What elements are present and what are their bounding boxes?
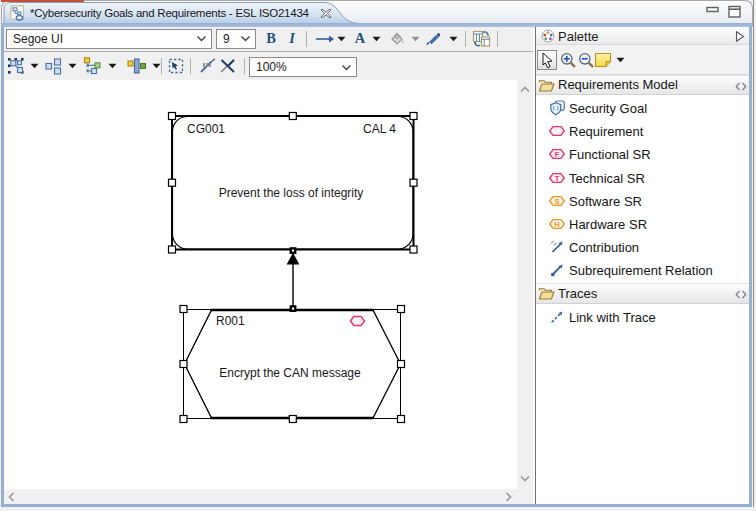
palette-item-link-with-trace[interactable]: Link with Trace <box>536 305 749 328</box>
font-size-combo[interactable]: 9 <box>216 29 256 49</box>
open-folder-icon <box>538 79 555 93</box>
pin-drawer-icon[interactable] <box>735 290 747 299</box>
arrange-all-button[interactable] <box>6 55 26 77</box>
select-tool-button[interactable] <box>537 50 557 70</box>
palette-icon <box>541 29 555 43</box>
palette-item-label: Subrequirement Relation <box>569 263 713 278</box>
layout-dropdown[interactable] <box>105 55 119 77</box>
font-color-button[interactable]: A <box>349 27 371 51</box>
palette-item-technical-sr[interactable]: T Technical SR <box>536 166 749 189</box>
remove-bendpoints-icon <box>219 58 237 74</box>
connection-points-icon <box>199 58 218 74</box>
dropdown-arrow-icon <box>616 57 625 63</box>
bold-button[interactable]: B <box>261 27 281 51</box>
svg-text:H: H <box>554 220 559 229</box>
dropdown-arrow-icon <box>411 36 420 42</box>
vertical-scrollbar[interactable] <box>517 80 533 489</box>
diagram-canvas[interactable]: CG001 CAL 4 Prevent the loss of integrit… <box>4 80 517 489</box>
select-cursor-icon <box>540 52 554 69</box>
dropdown-arrow-icon <box>449 36 458 42</box>
line-style-button[interactable] <box>313 27 337 51</box>
palette-item-label: Link with Trace <box>569 309 656 324</box>
palette-item-software-sr[interactable]: S Software SR <box>536 189 749 212</box>
scroll-down-icon[interactable] <box>520 475 530 482</box>
show-connection-points-button[interactable] <box>197 55 219 77</box>
palette-item-functional-sr[interactable]: F Functional SR <box>536 143 749 166</box>
req-node-label[interactable]: Encrypt the CAN message <box>170 366 410 380</box>
font-size-value: 9 <box>217 32 240 46</box>
open-folder-icon <box>538 287 555 301</box>
copy-appearance-button[interactable] <box>468 27 494 51</box>
line-color-dropdown[interactable] <box>447 27 459 51</box>
scroll-up-icon[interactable] <box>520 86 530 93</box>
palette-item-hardware-sr[interactable]: H Hardware SR <box>536 213 749 236</box>
security-goal-icon <box>549 100 565 116</box>
palette-item-label: Technical SR <box>569 170 645 185</box>
font-name-combo[interactable]: Segoe UI <box>6 29 212 49</box>
dropdown-arrow-icon <box>152 63 161 69</box>
goal-node-badge[interactable]: CAL 4 <box>334 122 396 136</box>
pen-icon <box>425 32 443 46</box>
marquee-button[interactable] <box>165 55 187 77</box>
note-tool-button[interactable] <box>593 49 613 70</box>
italic-button[interactable]: I <box>282 27 302 51</box>
fill-color-button[interactable] <box>386 27 408 51</box>
pin-drawer-icon[interactable] <box>735 82 747 91</box>
marquee-icon <box>168 58 185 75</box>
palette-item-security-goal[interactable]: Security Goal <box>536 97 749 120</box>
drawer-label: Requirements Model <box>558 77 678 92</box>
zoom-combo[interactable]: 100% <box>249 57 357 77</box>
close-icon[interactable] <box>320 8 332 19</box>
zoom-in-tool-button[interactable] <box>558 50 578 70</box>
zoom-out-icon <box>578 52 595 69</box>
palette-header[interactable]: Palette <box>536 27 749 46</box>
contribution-edge[interactable] <box>287 253 300 309</box>
chevron-down-icon <box>341 64 352 71</box>
horizontal-scrollbar[interactable] <box>4 489 517 504</box>
chevron-down-icon <box>240 35 251 42</box>
maximize-icon[interactable] <box>728 5 741 18</box>
align-button[interactable] <box>43 55 63 77</box>
requirement-badge-icon <box>351 317 365 326</box>
diagram-graphics <box>4 80 517 489</box>
fill-color-dropdown[interactable] <box>409 27 421 51</box>
arrange-all-icon <box>7 57 25 75</box>
svg-text:T: T <box>555 173 560 182</box>
line-color-button[interactable] <box>423 27 445 51</box>
drawer-label: Traces <box>558 286 597 301</box>
zoom-value: 100% <box>250 60 341 74</box>
drawer-traces[interactable]: Traces <box>536 283 749 304</box>
arrange-all-dropdown[interactable] <box>27 55 41 77</box>
remove-bendpoints-button[interactable] <box>217 55 239 77</box>
palette-panel: Palette <box>536 27 749 504</box>
palette-item-requirement[interactable]: Requirement <box>536 120 749 143</box>
font-name-value: Segoe UI <box>7 32 196 46</box>
order-button[interactable] <box>126 55 148 77</box>
palette-collapse-icon[interactable] <box>735 31 745 42</box>
palette-item-subrequirement-relation[interactable]: Subrequirement Relation <box>536 259 749 282</box>
palette-item-contribution[interactable]: Contribution <box>536 236 749 259</box>
drawer-requirements-model[interactable]: Requirements Model <box>536 75 749 96</box>
line-style-dropdown[interactable] <box>335 27 347 51</box>
font-color-dropdown[interactable] <box>370 27 382 51</box>
contribution-icon <box>549 239 565 255</box>
subrequirement-relation-icon <box>549 262 565 278</box>
align-icon <box>45 58 62 75</box>
diagram-file-icon <box>10 5 26 21</box>
goal-node-id[interactable]: CG001 <box>187 122 225 136</box>
req-node-id[interactable]: R001 <box>216 314 245 328</box>
format-toolbar: Segoe UI 9 B I A <box>4 27 535 52</box>
functional-sr-icon: F <box>549 146 565 162</box>
shell-bottom <box>0 507 756 511</box>
technical-sr-icon: T <box>549 170 565 186</box>
note-dropdown[interactable] <box>614 54 626 66</box>
scroll-left-icon[interactable] <box>8 492 15 502</box>
dropdown-arrow-icon <box>372 36 381 42</box>
scroll-right-icon[interactable] <box>505 492 512 502</box>
goal-node-label[interactable]: Prevent the loss of integrity <box>171 186 411 200</box>
dropdown-arrow-icon <box>30 63 39 69</box>
goal-node-shape[interactable] <box>172 116 414 250</box>
minimize-icon[interactable] <box>706 6 719 13</box>
align-dropdown[interactable] <box>65 55 79 77</box>
layout-button[interactable] <box>82 55 104 77</box>
